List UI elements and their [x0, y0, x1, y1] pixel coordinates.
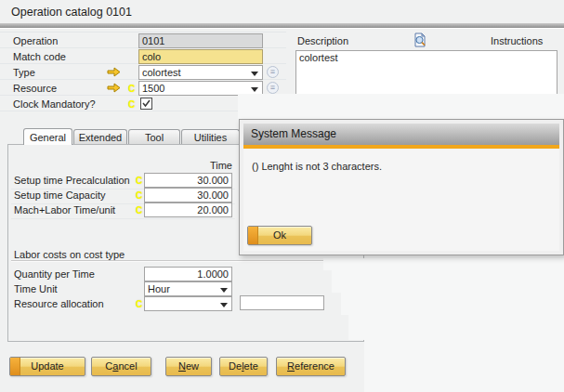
dialog-content: () Lenght is not 3 characters. Ok	[243, 149, 559, 251]
operation-label: Operation	[13, 35, 58, 47]
tab-extended[interactable]: Extended	[73, 129, 127, 144]
checkmark-icon	[142, 99, 151, 108]
reference-button[interactable]: Reference	[276, 357, 346, 376]
choose-from-list-icon[interactable]	[267, 82, 279, 94]
chevron-down-icon	[251, 72, 258, 76]
type-dropdown-value: colortest	[142, 67, 181, 78]
description-textarea[interactable]: colortest	[295, 50, 557, 95]
system-message-dialog: System Message () Lenght is not 3 charac…	[239, 119, 564, 255]
background-region	[348, 315, 364, 340]
background-region	[341, 293, 364, 315]
dialog-titlebar[interactable]: System Message	[243, 124, 559, 145]
ok-button[interactable]: Ok	[247, 226, 312, 245]
mandatory-c-indicator: C	[128, 98, 135, 111]
tab-utilities[interactable]: Utilities	[181, 129, 240, 144]
default-button-strip	[10, 358, 20, 375]
background-region	[332, 270, 364, 293]
instructions-header: Instructions	[491, 35, 543, 47]
background-region	[238, 94, 564, 119]
operation-field: 0101	[138, 33, 263, 48]
background-region	[323, 258, 364, 270]
type-dropdown[interactable]: colortest	[138, 65, 263, 80]
match-code-field[interactable]: colo	[138, 49, 263, 64]
dialog-message: () Lenght is not 3 characters.	[252, 161, 382, 172]
mandatory-c-indicator: C	[128, 83, 135, 95]
dialog-title: System Message	[251, 127, 336, 140]
cancel-button[interactable]: Cancel	[91, 357, 151, 376]
title-separator	[0, 23, 564, 29]
new-button[interactable]: New	[165, 357, 212, 376]
chevron-down-icon	[251, 87, 258, 92]
match-code-label: Match code	[13, 51, 66, 63]
background-region	[364, 258, 564, 392]
clock-mandatory-checkbox[interactable]	[140, 98, 152, 110]
tab-general[interactable]: General	[23, 128, 72, 145]
choose-from-list-icon[interactable]	[267, 66, 279, 78]
window-title: Operation catalog 0101	[11, 6, 132, 19]
resource-dropdown-value: 1500	[142, 83, 164, 94]
tab-tool[interactable]: Tool	[128, 129, 180, 144]
link-arrow-icon[interactable]	[107, 67, 121, 79]
document-preview-icon[interactable]	[413, 33, 427, 49]
resource-label: Resource	[13, 83, 57, 95]
update-button[interactable]: Update	[9, 357, 85, 376]
row-divider	[0, 32, 286, 33]
type-label: Type	[13, 67, 35, 79]
default-button-strip	[248, 227, 258, 244]
delete-button[interactable]: Delete	[219, 357, 268, 376]
clock-mandatory-label: Clock Mandatory?	[13, 98, 96, 111]
operation-catalog-window: Operation catalog 0101 Operation 0101 Ma…	[0, 0, 564, 392]
description-header: Description	[297, 35, 348, 47]
link-arrow-icon[interactable]	[107, 83, 121, 95]
